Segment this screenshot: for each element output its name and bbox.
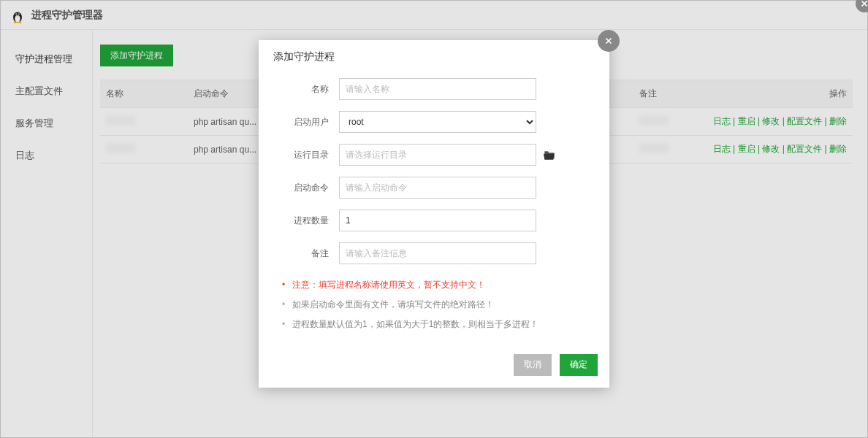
close-icon[interactable] — [598, 30, 620, 52]
remark-input[interactable] — [339, 242, 536, 264]
label-name: 名称 — [273, 83, 339, 96]
label-count: 进程数量 — [273, 215, 339, 227]
note-item: 进程数量默认值为1，如果值为大于1的整数，则相当于多进程！ — [281, 315, 595, 334]
ok-button[interactable]: 确定 — [560, 354, 598, 376]
label-user: 启动用户 — [273, 116, 339, 128]
user-select[interactable]: root — [339, 111, 536, 133]
name-input[interactable] — [339, 78, 536, 100]
note-item: 如果启动命令里面有文件，请填写文件的绝对路径！ — [281, 295, 595, 315]
label-dir: 运行目录 — [273, 149, 339, 161]
dir-input[interactable] — [339, 144, 536, 166]
label-remark: 备注 — [273, 247, 339, 260]
note-item: 注意：填写进程名称请使用英文，暂不支持中文！ — [281, 275, 595, 295]
dialog-title: 添加守护进程 — [259, 40, 609, 72]
add-process-dialog: 添加守护进程 名称 启动用户 root 运行目录 — [259, 40, 609, 388]
cancel-button[interactable]: 取消 — [514, 354, 552, 376]
notes: 注意：填写进程名称请使用英文，暂不支持中文！ 如果启动命令里面有文件，请填写文件… — [281, 275, 595, 335]
count-input[interactable] — [339, 210, 536, 231]
folder-icon[interactable] — [544, 150, 555, 160]
label-cmd: 启动命令 — [273, 182, 339, 194]
cmd-input[interactable] — [339, 177, 536, 199]
